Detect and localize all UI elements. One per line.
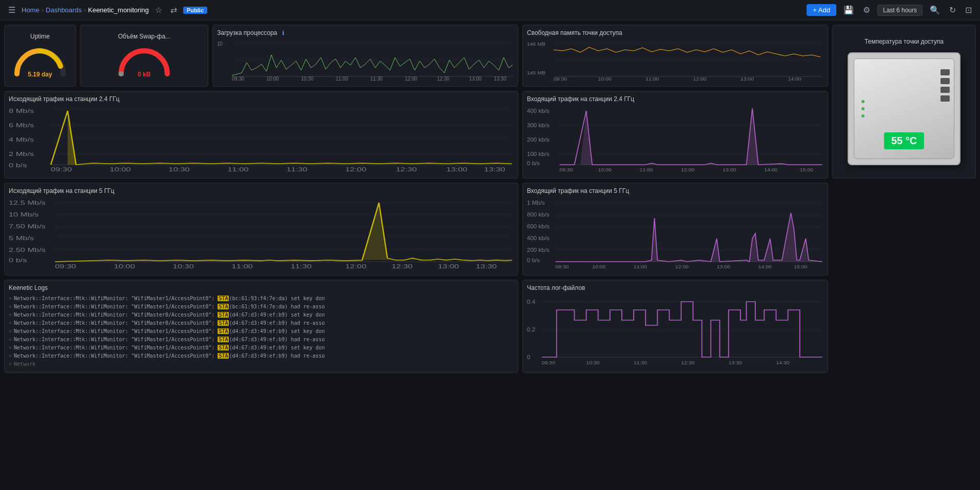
cpu-info-icon[interactable]: ℹ	[282, 30, 284, 36]
port2	[940, 78, 950, 84]
svg-text:10 Mb/s: 10 Mb/s	[9, 212, 39, 218]
log-text: Network::Interface::Mtk::WifiMonitor: "W…	[14, 311, 325, 319]
log-arrow: >	[9, 311, 12, 319]
led1	[861, 100, 865, 103]
svg-text:400 kb/s: 400 kb/s	[527, 108, 550, 114]
router-image: 55 °C	[848, 52, 961, 165]
freq-chart: 0.4 0.2 0 09:30 10:30 11:30 12:30 13:30 …	[527, 295, 824, 366]
svg-text:12:30: 12:30	[437, 76, 450, 82]
display-button[interactable]: ⊡	[963, 3, 974, 17]
svg-text:200 kb/s: 200 kb/s	[527, 137, 550, 143]
svg-marker-98	[555, 213, 822, 262]
cpu-panel: Загрузка процессора ℹ 10 09:30 10:00 10:…	[212, 25, 518, 87]
public-badge: Public	[183, 7, 207, 14]
settings-button[interactable]: ⚙	[861, 3, 872, 17]
svg-text:11:30: 11:30	[286, 167, 308, 172]
save-button[interactable]: 💾	[841, 3, 856, 17]
svg-text:09:30: 09:30	[554, 76, 567, 82]
cpu-title: Загрузка процессора ℹ	[217, 29, 514, 36]
tx5-title: Исходящий трафик на станции 5 ГГц	[9, 187, 514, 194]
log-line: > Network::Interface::Mtk::WifiMonitor: …	[9, 327, 514, 336]
svg-text:09:30: 09:30	[55, 264, 76, 269]
refresh-button[interactable]: ↻	[947, 3, 958, 17]
log-text: Network::Interface::Mtk::WifiMonitor: "W…	[14, 327, 325, 336]
zoom-out-button[interactable]: 🔍	[928, 3, 942, 17]
log-line: > Network::Interface::Mtk::WifiMonitor: …	[9, 319, 514, 327]
port4	[940, 95, 950, 102]
svg-text:12:00: 12:00	[345, 167, 367, 172]
menu-button[interactable]: ☰	[6, 3, 17, 17]
freemem-panel: Свободная память точки доступа 146 MB 14…	[522, 25, 828, 87]
svg-text:0 b/s: 0 b/s	[9, 163, 27, 168]
log-arrow: >	[9, 352, 12, 360]
breadcrumb: Home › Dashboards › Keenetic_monitoring	[22, 6, 149, 14]
led2	[861, 107, 865, 110]
log-highlight: STA	[218, 296, 229, 301]
svg-text:10:00: 10:00	[598, 167, 612, 172]
svg-text:13:30: 13:30	[494, 76, 506, 82]
log-arrow: >	[9, 336, 12, 344]
dashboard: Uptime 5.19 day Объём Swap-фа... 0 kB За…	[0, 21, 980, 381]
log-line: > Network::Interface::Mtk::WifiMonitor: …	[9, 311, 514, 319]
svg-text:13:00: 13:00	[717, 264, 731, 269]
breadcrumb-dashboards[interactable]: Dashboards	[46, 6, 82, 14]
uptime-gauge: 5.19 day	[12, 43, 68, 79]
svg-text:13:00: 13:00	[722, 167, 736, 172]
svg-text:10:30: 10:30	[173, 264, 194, 269]
svg-text:146 MB: 146 MB	[527, 42, 545, 47]
svg-text:13:00: 13:00	[740, 76, 754, 82]
svg-text:0.4: 0.4	[527, 299, 535, 305]
log-text: Network::Interface::Mtk::WifiMonitor: "W…	[14, 336, 325, 344]
topbar: ☰ Home › Dashboards › Keenetic_monitorin…	[0, 0, 980, 21]
svg-text:200 kb/s: 200 kb/s	[527, 247, 550, 253]
led3	[861, 114, 865, 117]
breadcrumb-current[interactable]: Keenetic_monitoring	[88, 6, 149, 14]
breadcrumb-home[interactable]: Home	[22, 6, 40, 14]
svg-text:11:30: 11:30	[634, 360, 648, 365]
swap-gauge: 0 kB	[116, 43, 172, 79]
svg-marker-56	[560, 108, 822, 165]
svg-text:11:30: 11:30	[290, 264, 312, 269]
add-button[interactable]: + Add	[807, 4, 836, 16]
log-highlight: STA	[218, 337, 229, 342]
svg-text:09:30: 09:30	[51, 167, 72, 172]
log-text: Network::Interface::Mtk::WifiMonitor: "W…	[14, 352, 325, 360]
temp-panel: Температура точки доступа	[832, 25, 976, 179]
svg-text:15:00: 15:00	[800, 167, 814, 172]
svg-text:09:30: 09:30	[232, 76, 245, 82]
breadcrumb-sep1: ›	[42, 6, 44, 14]
log-container: > Network::Interface::Mtk::WifiMonitor: …	[9, 295, 514, 368]
cpu-chart: 10 09:30 10:00 10:30 11:00 11:30 12:00 1…	[217, 40, 514, 81]
svg-text:300 kb/s: 300 kb/s	[527, 123, 550, 128]
svg-text:11:00: 11:00	[634, 264, 648, 269]
svg-text:8 Mb/s: 8 Mb/s	[9, 108, 34, 114]
svg-text:13:00: 13:00	[469, 76, 482, 82]
log-arrow: >	[9, 295, 12, 303]
svg-text:13:00: 13:00	[438, 264, 459, 269]
svg-text:12:00: 12:00	[405, 76, 418, 82]
tx24-title: Исходящий трафик на станции 2.4 ГГц	[9, 95, 514, 103]
log-line: > Network::Interface::Mtk::WifiMonitor: …	[9, 295, 514, 303]
svg-text:13:00: 13:00	[446, 167, 468, 172]
share-button[interactable]: ⇄	[168, 3, 179, 17]
swap-title: Объём Swap-фа...	[118, 33, 170, 40]
svg-text:2 Mb/s: 2 Mb/s	[9, 151, 34, 157]
svg-text:10:00: 10:00	[592, 264, 606, 269]
log-highlight: STA	[218, 312, 229, 318]
svg-text:11:00: 11:00	[227, 167, 249, 172]
topbar-left: ☰ Home › Dashboards › Keenetic_monitorin…	[6, 3, 802, 17]
time-range-selector[interactable]: Last 6 hours	[877, 5, 923, 16]
rx5-title: Входящий трафик на станции 5 ГГц	[527, 187, 824, 194]
rx24-panel: Входящий трафик на станции 2.4 ГГц 400 k…	[522, 91, 828, 179]
star-button[interactable]: ☆	[153, 3, 164, 17]
svg-text:400 kb/s: 400 kb/s	[527, 236, 550, 241]
swap-panel: Объём Swap-фа... 0 kB	[80, 25, 208, 87]
svg-text:1 Mb/s: 1 Mb/s	[527, 200, 545, 206]
svg-text:12:30: 12:30	[681, 360, 695, 365]
svg-text:10:00: 10:00	[114, 264, 135, 269]
log-arrow: >	[9, 344, 12, 352]
svg-text:12:30: 12:30	[391, 264, 413, 269]
svg-text:5.19 day: 5.19 day	[28, 71, 52, 78]
svg-text:0: 0	[527, 355, 530, 360]
tx5-chart: 12.5 Mb/s 10 Mb/s 7.50 Mb/s 5 Mb/s 2.50 …	[9, 198, 514, 269]
